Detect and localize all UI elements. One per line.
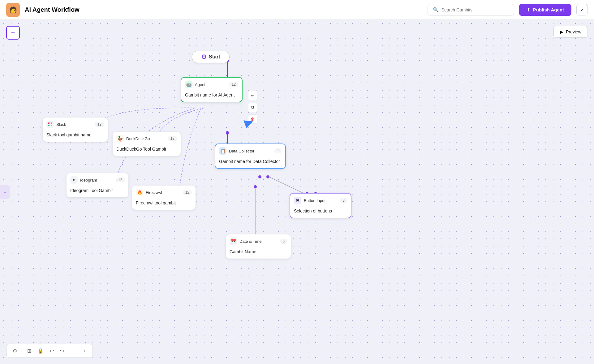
svg-point-4 — [226, 131, 229, 134]
add-gambit-button[interactable]: + — [6, 26, 20, 40]
bottom-toolbar: ⚙ ⊞ 🔒 ↩ ↪ − + — [6, 344, 93, 358]
lock-icon: 🔒 — [37, 348, 44, 353]
undo-icon: ↩ — [50, 348, 54, 353]
minus-icon: − — [74, 348, 77, 353]
delete-icon: 🗑 — [251, 117, 255, 122]
settings-toolbar-button[interactable]: ⚙ — [10, 347, 19, 355]
agent-action-icons: ✏ ⧉ 🗑 — [248, 91, 257, 124]
collapse-sidebar-button[interactable]: » — [0, 185, 10, 199]
plus-icon: + — [83, 348, 86, 353]
search-input[interactable] — [441, 7, 509, 12]
svg-line-7 — [269, 177, 306, 195]
svg-rect-20 — [51, 125, 52, 126]
fit-icon: ⊞ — [27, 348, 31, 353]
datetime-node[interactable]: 📅 Date & Time 6 Gambit Name — [226, 234, 291, 259]
firecrawl-node[interactable]: 🔥 Firecrawl 12 Firecrawl tool gambit — [132, 186, 196, 210]
ideogram-node[interactable]: ✦ Ideogram 12 Ideogram Tool Gambit — [67, 173, 128, 197]
plus-icon: + — [11, 29, 15, 37]
redo-icon: ↪ — [60, 348, 64, 353]
zoom-out-button[interactable]: − — [72, 347, 80, 355]
share-button[interactable]: ↗ — [576, 4, 588, 15]
datetime-icon: 📅 — [230, 238, 237, 245]
publish-button[interactable]: ⬆ Publish Agent — [519, 4, 571, 16]
delete-node-button[interactable]: 🗑 — [248, 114, 257, 124]
ideogram-icon: ✦ — [70, 176, 78, 184]
agent-node[interactable]: 🤖 Agent 12 Gambit name for AI Agent — [181, 77, 243, 102]
button-input-node[interactable]: ⊟ Button Input 3 Selection of buttons — [290, 193, 351, 218]
svg-rect-17 — [48, 122, 50, 124]
data-collector-icon: 📋 — [219, 147, 226, 155]
data-collector-node[interactable]: 📋 Data Collector 1 Gambit name for Data … — [215, 143, 286, 169]
play-icon: ▶ — [560, 29, 563, 34]
svg-rect-19 — [48, 125, 50, 126]
redo-button[interactable]: ↪ — [58, 347, 67, 355]
workflow-title: AI Agent Workflow — [25, 6, 423, 13]
edit-icon: ✏ — [251, 93, 255, 98]
duckduckgo-icon: 🦆 — [116, 135, 124, 142]
avatar: 🧑 — [6, 3, 20, 17]
firecrawl-icon: 🔥 — [136, 189, 143, 196]
agent-icon: 🤖 — [185, 81, 192, 88]
slack-node[interactable]: Slack 12 Slack tool gambit name — [43, 118, 108, 142]
duckduckgo-node[interactable]: 🦆 DuckDuckGo 12 DuckDuckGo Tool Gambit — [113, 132, 181, 156]
chevron-right-icon: » — [4, 190, 6, 195]
svg-rect-18 — [51, 122, 52, 124]
publish-icon: ⬆ — [527, 7, 531, 13]
share-icon: ↗ — [580, 7, 584, 12]
copy-node-button[interactable]: ⧉ — [248, 103, 257, 112]
power-icon: ⏻ — [201, 54, 206, 60]
zoom-in-button[interactable]: + — [81, 347, 88, 355]
svg-point-13 — [254, 185, 257, 188]
svg-point-8 — [266, 175, 269, 178]
button-input-icon: ⊟ — [294, 197, 301, 204]
slack-icon — [46, 121, 54, 128]
undo-button[interactable]: ↩ — [47, 347, 56, 355]
search-icon: 🔍 — [433, 7, 439, 13]
fit-view-button[interactable]: ⊞ — [25, 347, 34, 355]
workflow-canvas[interactable]: + ▶ Preview » ⏻ Start 🤖 Agent 12 Gambit … — [0, 20, 594, 364]
lock-button[interactable]: 🔒 — [35, 347, 46, 355]
start-node: ⏻ Start — [192, 51, 230, 63]
copy-icon: ⧉ — [251, 105, 254, 110]
preview-button[interactable]: ▶ Preview — [553, 26, 588, 38]
edit-node-button[interactable]: ✏ — [248, 91, 257, 100]
settings-icon: ⚙ — [13, 348, 17, 353]
search-bar[interactable]: 🔍 — [428, 4, 514, 15]
svg-point-9 — [258, 175, 261, 178]
